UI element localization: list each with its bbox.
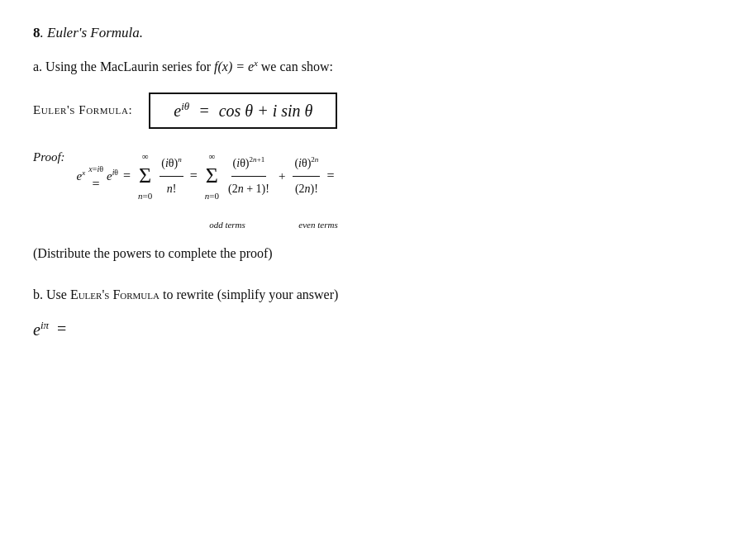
problem-container: 8. Euler's Formula. a. Using the MacLaur… [33,25,710,339]
frac1: (iθ)n n! [160,152,183,201]
equals-sign: = [57,320,66,339]
formula-content: eiθ = cos θ + i sin θ [174,102,312,120]
formula-box: eiθ = cos θ + i sin θ [149,93,337,130]
part-a-rest: we can show: [261,59,333,74]
eipi-expr: eiπ [33,319,49,339]
eiθ-term: eiθ [107,164,118,188]
plus-sign: + [276,164,288,188]
part-b-text: b. Use [33,287,70,301]
problem-title: 8. Euler's Formula. [33,25,710,41]
fx-expression: f(x) = ex [214,59,261,74]
part-b-math: eiπ = [33,319,710,339]
part-b-section: b. Use Euler's Formula to rewrite (simpl… [33,284,710,306]
euler-label: Euler's Formula: [33,103,132,117]
part-b-rest: to rewrite (simplify your answer) [163,287,338,301]
part-a-text: a. Using the MacLaurin series for [33,59,214,74]
proof-label: Proof: [33,147,65,164]
eq3: = [188,163,199,189]
eq1: x=iθ = [88,161,103,191]
part-b-euler-label: Euler's Formula [70,287,160,301]
proof-section: Proof: ex x=iθ = eiθ = ∞ Σ n=0 [33,147,710,205]
even-terms-label: even terms [285,220,351,230]
frac2: (iθ)2n+1 (2n + 1)! [226,152,271,201]
sum1-block: ∞ Σ n=0 [138,147,152,205]
sum2-block: ∞ Σ n=0 [205,147,219,205]
eq2: = [121,163,132,189]
odd-even-labels-row: odd terms even terms [169,220,710,230]
odd-terms-spacer: odd terms [169,220,285,230]
ex-term: ex [77,164,86,188]
frac3: (iθ)2n (2n)! [293,152,320,201]
proof-math: ex x=iθ = eiθ = ∞ Σ n=0 (iθ)n n! [77,147,336,205]
eq4: = [325,163,336,189]
distribute-note: (Distribute the powers to complete the p… [33,246,710,261]
eulers-formula-line: Euler's Formula: eiθ = cos θ + i sin θ [33,93,710,130]
part-a-intro: a. Using the MacLaurin series for f(x) =… [33,56,710,78]
